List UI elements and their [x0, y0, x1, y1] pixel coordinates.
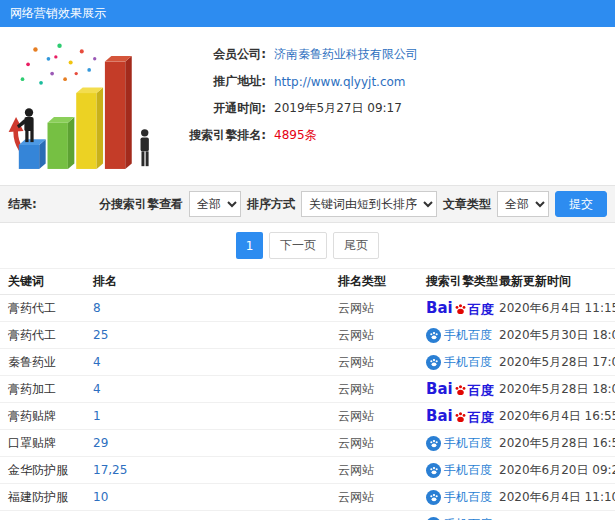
pagination: 1 下一页 尾页: [0, 223, 615, 269]
mobile-baidu-text: 手机百度: [444, 354, 492, 371]
mobile-baidu-text: 手机百度: [444, 327, 492, 344]
title-bar: 网络营销效果展示: [0, 0, 615, 27]
engine-cell: 手机百度: [426, 489, 499, 506]
table-row: 口罩贴牌29云网站手机百度2020年5月28日 16:55: [0, 430, 615, 457]
result-label: 结果:: [8, 196, 37, 213]
mobile-baidu-logo: 手机百度: [426, 327, 492, 344]
keyword-cell: 福建防护服: [8, 489, 93, 506]
mobile-baidu-icon: [426, 490, 441, 505]
table-row: 手机百度: [0, 511, 615, 520]
baidu-cn-text: 百度: [468, 384, 494, 397]
table-row: 福建防护服10云网站手机百度2020年6月4日 11:10: [0, 484, 615, 511]
engine-cell: Bai百度: [426, 301, 499, 316]
baidu-paw-icon: [454, 411, 467, 423]
pagination-last-button[interactable]: 尾页: [333, 232, 379, 259]
mobile-baidu-text: 手机百度: [444, 462, 492, 479]
keyword-cell: 膏药代工: [8, 300, 93, 317]
company-label: 会员公司:: [170, 46, 266, 63]
mobile-baidu-icon: [426, 517, 441, 520]
keyword-ranking-table: 关键词 排名 排名类型 搜索引擎类型 最新更新时间 膏药代工8云网站Bai百度2…: [0, 269, 615, 520]
rank-type-cell: 云网站: [338, 381, 426, 398]
header-rank: 排名: [93, 273, 338, 290]
article-type-label: 文章类型: [443, 196, 491, 213]
rank-link[interactable]: 25: [93, 328, 338, 342]
mobile-baidu-logo: 手机百度: [426, 489, 492, 506]
rank-link[interactable]: 10: [93, 490, 338, 504]
keyword-cell: 口罩贴牌: [8, 435, 93, 452]
engine-cell: 手机百度: [426, 462, 499, 479]
update-time-cell: 2020年6月20日 09:25: [499, 462, 615, 479]
mobile-baidu-text: 手机百度: [444, 516, 492, 520]
mobile-baidu-icon: [426, 328, 441, 343]
rank-link[interactable]: 4: [93, 355, 338, 369]
ranking-count-label: 搜索引擎排名:: [170, 127, 266, 144]
baidu-cn-text: 百度: [468, 303, 494, 316]
table-row: 膏药贴牌1云网站Bai百度2020年6月4日 16:55: [0, 403, 615, 430]
info-row: 开通时间: 2019年5月27日 09:17: [170, 95, 418, 122]
open-time-value: 2019年5月27日 09:17: [274, 100, 402, 117]
table-row: 膏药代工8云网站Bai百度2020年6月4日 11:15: [0, 295, 615, 322]
company-info: 会员公司: 济南秦鲁药业科技有限公司 推广地址: http://www.qlyy…: [170, 41, 418, 177]
engine-select[interactable]: 全部: [189, 191, 241, 217]
article-type-select[interactable]: 全部: [497, 191, 549, 217]
mobile-baidu-text: 手机百度: [444, 489, 492, 506]
table-row: 金华防护服17,25云网站手机百度2020年6月20日 09:25: [0, 457, 615, 484]
info-section: 会员公司: 济南秦鲁药业科技有限公司 推广地址: http://www.qlyy…: [0, 27, 615, 185]
businessman-right-figure: [141, 129, 149, 166]
page-title: 网络营销效果展示: [10, 5, 106, 22]
pagination-next-button[interactable]: 下一页: [269, 232, 327, 259]
rank-type-cell: 云网站: [338, 435, 426, 452]
table-body: 膏药代工8云网站Bai百度2020年6月4日 11:15膏药代工25云网站手机百…: [0, 295, 615, 520]
page: 网络营销效果展示: [0, 0, 615, 520]
update-time-cell: 2020年6月4日 16:55: [499, 408, 615, 425]
rank-link[interactable]: 29: [93, 436, 338, 450]
engine-filter-label: 分搜索引擎查看: [99, 196, 183, 213]
rank-link[interactable]: 1: [93, 409, 338, 423]
rank-link[interactable]: 8: [93, 301, 338, 315]
bar-red: [105, 56, 132, 169]
baidu-cn-text: 百度: [468, 411, 494, 424]
bar-green: [48, 117, 75, 169]
info-row: 搜索引擎排名: 4895条: [170, 122, 418, 149]
sort-select[interactable]: 关键词由短到长排序: [301, 191, 437, 217]
mobile-baidu-icon: [426, 355, 441, 370]
rank-type-cell: 云网站: [338, 489, 426, 506]
update-time-cell: 2020年5月28日 16:55: [499, 435, 615, 452]
keyword-cell: 膏药加工: [8, 381, 93, 398]
baidu-logo: Bai百度: [426, 301, 494, 316]
engine-cell: 手机百度: [426, 516, 499, 520]
table-row: 秦鲁药业4云网站手机百度2020年5月28日 17:02: [0, 349, 615, 376]
rank-link[interactable]: 17,25: [93, 463, 338, 477]
baidu-logo: Bai百度: [426, 409, 494, 424]
update-time-cell: 2020年5月28日 18:03: [499, 381, 615, 398]
rank-type-cell: 云网站: [338, 327, 426, 344]
rank-type-cell: 云网站: [338, 462, 426, 479]
company-link[interactable]: 济南秦鲁药业科技有限公司: [274, 46, 418, 63]
engine-cell: 手机百度: [426, 435, 499, 452]
keyword-cell: 膏药贴牌: [8, 408, 93, 425]
baidu-latin-text: Bai: [426, 409, 453, 424]
filter-bar: 结果: 分搜索引擎查看 全部 排序方式 关键词由短到长排序 文章类型 全部 提交: [0, 185, 615, 223]
submit-button[interactable]: 提交: [555, 191, 607, 217]
table-row: 膏药代工25云网站手机百度2020年5月30日 18:06: [0, 322, 615, 349]
bar-blue: [19, 139, 46, 169]
rank-link[interactable]: 4: [93, 382, 338, 396]
keyword-cell: 秦鲁药业: [8, 354, 93, 371]
keyword-cell: 金华防护服: [8, 462, 93, 479]
engine-cell: Bai百度: [426, 382, 499, 397]
baidu-paw-icon: [454, 303, 467, 315]
table-row: 膏药加工4云网站Bai百度2020年5月28日 18:03: [0, 376, 615, 403]
mobile-baidu-logo: 手机百度: [426, 462, 492, 479]
update-time-cell: 2020年6月4日 11:15: [499, 300, 615, 317]
mobile-baidu-text: 手机百度: [444, 435, 492, 452]
filter-controls: 分搜索引擎查看 全部 排序方式 关键词由短到长排序 文章类型 全部 提交: [99, 191, 607, 217]
promo-url-label: 推广地址:: [170, 73, 266, 90]
ranking-count-value: 4895条: [274, 127, 317, 144]
promo-url-link[interactable]: http://www.qlyyjt.com: [274, 75, 406, 89]
update-time-cell: 2020年5月30日 18:06: [499, 327, 615, 344]
baidu-logo: Bai百度: [426, 382, 494, 397]
pagination-current-page[interactable]: 1: [236, 232, 263, 259]
open-time-label: 开通时间:: [170, 100, 266, 117]
baidu-latin-text: Bai: [426, 301, 453, 316]
keyword-cell: 膏药代工: [8, 327, 93, 344]
